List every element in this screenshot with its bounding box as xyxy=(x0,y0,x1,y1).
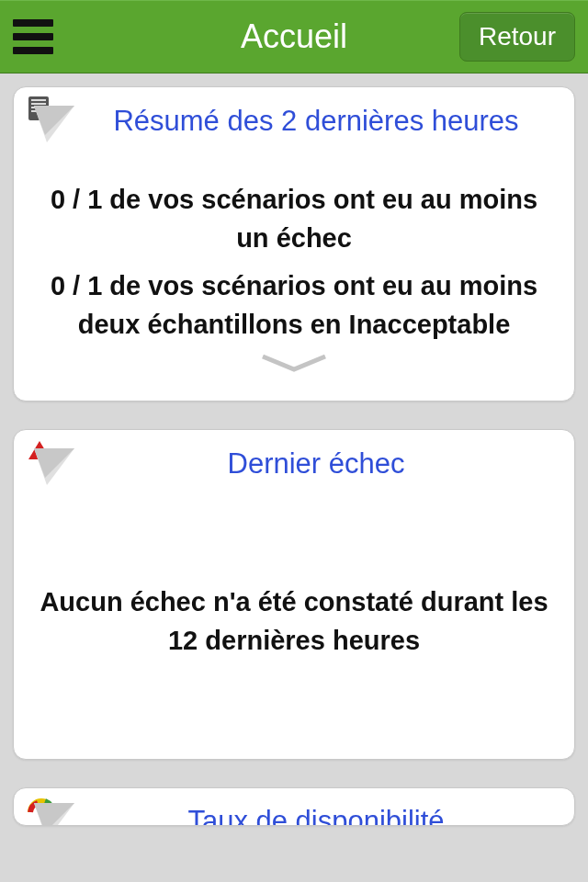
app-header: Accueil Retour xyxy=(0,0,588,74)
svg-marker-11 xyxy=(34,803,74,826)
chevron-down-icon xyxy=(257,353,331,373)
gauge-fold-icon xyxy=(27,794,74,826)
alert-fold-icon xyxy=(27,439,74,487)
card-body: Aucun échec n'a été constaté durant les … xyxy=(34,582,554,660)
svg-rect-1 xyxy=(31,99,46,101)
card-title: Résumé des 2 dernières heures xyxy=(78,104,554,138)
content-area: Résumé des 2 dernières heures 0 / 1 de v… xyxy=(0,74,588,882)
back-button[interactable]: Retour xyxy=(459,12,575,62)
svg-rect-2 xyxy=(31,103,46,105)
failure-line-1: Aucun échec n'a été constaté durant les … xyxy=(34,582,554,660)
menu-icon xyxy=(13,19,53,27)
summary-line-2: 0 / 1 de vos scénarios ont eu au moins d… xyxy=(34,266,554,344)
summary-line-1: 0 / 1 de vos scénarios ont eu au moins u… xyxy=(34,180,554,257)
card-body: 0 / 1 de vos scénarios ont eu au moins u… xyxy=(34,180,554,344)
availability-card[interactable]: Taux de disponibilité xyxy=(13,787,575,826)
document-fold-icon xyxy=(27,96,74,144)
summary-card[interactable]: Résumé des 2 dernières heures 0 / 1 de v… xyxy=(13,86,575,401)
menu-button[interactable] xyxy=(13,15,57,59)
card-title: Taux de disponibilité xyxy=(78,805,554,826)
card-title: Dernier échec xyxy=(78,447,554,481)
last-failure-card[interactable]: Dernier échec Aucun échec n'a été consta… xyxy=(13,429,575,760)
